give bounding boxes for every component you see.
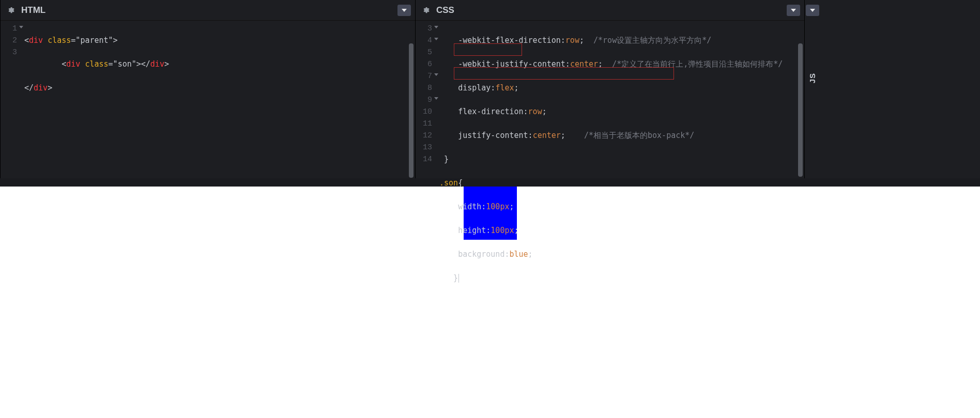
gutter: 1 2 3 (1, 21, 22, 178)
text-cursor (458, 274, 459, 283)
line-number: 4 (427, 36, 432, 45)
gear-icon[interactable] (6, 6, 15, 15)
line-number: 11 (423, 119, 432, 128)
html-title-wrap: HTML (6, 5, 45, 16)
js-panel-collapsed: JS (804, 0, 820, 178)
collapse-button[interactable] (787, 5, 800, 16)
css-panel: CSS 3 4 5 6 7 8 9 10 11 12 13 14 -webki (415, 0, 804, 178)
line-number: 10 (423, 107, 432, 116)
css-editor[interactable]: 3 4 5 6 7 8 9 10 11 12 13 14 -webkit-fle… (416, 21, 804, 178)
collapse-button[interactable] (397, 5, 411, 16)
line-number: 14 (423, 155, 432, 164)
panel-title-css: CSS (436, 5, 454, 16)
line-number: 1 (12, 24, 17, 33)
code-area[interactable]: <div class="parent"> <div class="son"></… (22, 21, 415, 178)
scrollbar[interactable] (409, 43, 414, 178)
code-area[interactable]: -webkit-flex-direction:row; /*row设置主轴方向为… (437, 21, 804, 178)
gear-icon[interactable] (421, 6, 430, 15)
gutter: 3 4 5 6 7 8 9 10 11 12 13 14 (416, 21, 437, 178)
line-number: 5 (427, 48, 432, 57)
scrollbar[interactable] (798, 43, 803, 177)
line-number: 2 (12, 36, 17, 45)
line-number: 8 (427, 84, 432, 92)
line-number: 7 (427, 72, 432, 81)
line-number: 3 (12, 48, 17, 57)
collapse-button[interactable] (806, 5, 819, 16)
html-panel-header: HTML (1, 0, 415, 21)
css-panel-header: CSS (416, 0, 804, 21)
panel-title-js: JS (808, 73, 817, 83)
editor-panels: HTML 1 2 3 <div class="parent"> <div cla… (0, 0, 980, 178)
html-editor[interactable]: 1 2 3 <div class="parent"> <div class="s… (1, 21, 415, 178)
html-panel: HTML 1 2 3 <div class="parent"> <div cla… (0, 0, 415, 178)
line-number: 12 (423, 131, 432, 140)
css-title-wrap: CSS (421, 5, 454, 16)
line-number: 3 (427, 24, 432, 33)
panel-title-html: HTML (21, 5, 45, 16)
line-number: 6 (427, 60, 432, 69)
line-number: 13 (423, 143, 432, 152)
line-number: 9 (427, 96, 432, 104)
